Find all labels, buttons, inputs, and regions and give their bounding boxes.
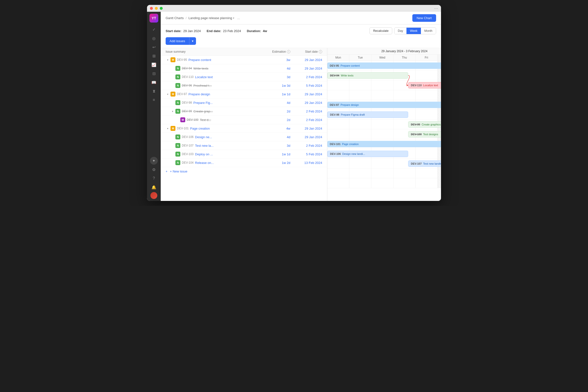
table-row[interactable]: N DEV-106 Design ne... 4d 29 Jan 2024 [161,133,327,141]
issue-title[interactable]: Page creation [190,127,264,130]
new-issue-row[interactable]: + + New issue [161,167,327,176]
bar-title: Design new landi... [342,152,365,155]
sidebar-item-layers[interactable]: ≡ [150,96,158,104]
issue-id: DEV-99 [182,110,192,113]
bar-title: Test designs [423,133,438,136]
gantt-cell [349,80,372,90]
issue-title[interactable]: Proofread t... [193,84,264,88]
table-row[interactable]: ▾ N DEV-99 Create grap... 2d 2 Feb 2024 [161,107,327,116]
bar-title: Prepare Figma draft [341,113,365,116]
table-row[interactable]: N DEV-103 Deploy on ... 1w 1d 5 Feb 2024 [161,150,327,158]
sidebar-item-grid[interactable]: ⊞ [150,52,158,60]
gantt-bar[interactable]: DEV-100Test designs [408,131,441,138]
gantt-bar[interactable]: DEV-99Create graphics [408,121,441,128]
close-button[interactable] [150,7,153,10]
gantt-chart[interactable]: 29 January 2024 - 3 February 2024 4-10 F… [327,48,441,201]
start-date-meta: Start date: 29 Jan 2024 [166,29,201,33]
recalculate-button[interactable]: Recalculate [370,28,392,34]
table-row[interactable]: N DEV-98 Prepare Fig... 4d 29 Jan 2024 [161,98,327,107]
table-row[interactable]: N DEV-94 Write texts 4d 29 Jan 2024 [161,64,327,73]
sidebar-item-help[interactable]: ? [150,174,158,182]
table-row[interactable]: N DEV-107 Test new la... 3d 2 Feb 2024 [161,141,327,150]
table-row[interactable]: N DEV-104 Release on... 1w 2d 13 Feb 202… [161,158,327,167]
table-row[interactable]: ▾ M DEV-97 Prepare design 1w 1d 29 Jan 2… [161,90,327,98]
issue-title[interactable]: Localize text [195,75,264,79]
gantt-bar[interactable]: DEV-107Test new landing page [408,160,441,167]
sidebar-item-settings[interactable]: ⚙ [150,166,158,174]
breadcrumb-current-label[interactable]: Landing page release planning [188,16,232,20]
gantt-bar[interactable]: DEV-101Page creation [327,141,441,147]
gantt-bar[interactable]: DEV-95Prepare content [327,62,441,69]
day-view-button[interactable]: Day [394,28,406,34]
issue-startdate: 2 Feb 2024 [290,110,322,113]
add-issues-dropdown-button[interactable]: ▾ [189,37,196,45]
issue-title[interactable]: Design ne... [195,135,264,139]
table-row[interactable]: N DEV-96 Proofread t... 1w 3d 5 Feb 2024 [161,81,327,90]
issue-title[interactable]: Create grap... [193,110,264,113]
menu-icon[interactable]: ⋯ [434,6,438,10]
sidebar-item-time[interactable]: ⧗ [150,87,158,95]
week-view-button[interactable]: Week [406,28,421,34]
plus-icon: + [166,170,168,173]
breadcrumb-more-icon[interactable]: ... [237,16,240,20]
new-chart-button[interactable]: New Chart [412,14,436,22]
sidebar-item-chart[interactable]: 📈 [150,61,158,68]
issue-startdate: 29 Jan 2024 [290,92,322,96]
gantt-cell [327,159,349,168]
sidebar-item-list[interactable]: ⊟ [150,70,158,78]
minimize-button[interactable] [155,7,158,10]
issue-estimation: 2d [264,118,290,122]
issue-startdate: 29 Jan 2024 [290,67,322,70]
issue-id: DEV-100 [187,118,198,122]
gantt-cell [327,178,349,188]
issue-startdate: 29 Jan 2024 [290,135,322,139]
sidebar-item-check[interactable]: ✓ [150,26,158,33]
breadcrumb-current: Landing page release planning ▾ [188,16,234,20]
gantt-cell [438,110,441,119]
add-issues-button[interactable]: Add issues [166,37,189,45]
issue-estimation: 1w 3d [264,84,290,88]
issue-title[interactable]: Release on... [195,161,264,165]
table-row[interactable]: N DEV-110 Localize text 3d 2 Feb 2024 [161,73,327,81]
sidebar-item-notifications[interactable]: 🔔 [150,183,158,191]
duration-meta: Duration: 4w [247,29,267,33]
table-row[interactable]: ▾ M DEV-95 Prepare content 3w 29 Jan 202… [161,56,327,64]
view-toggle: Day Week Month [394,28,436,34]
issue-title[interactable]: Prepare Fig... [193,101,264,104]
chevron-down-icon: ▾ [192,39,194,43]
breadcrumb-root[interactable]: Gantt Charts [166,16,184,20]
end-date-meta: End date: 23 Feb 2024 [207,29,241,33]
chevron-icon: ▾ [166,126,170,130]
gantt-bar[interactable]: DEV-97Prepare design [327,102,441,108]
gantt-bar[interactable]: DEV-110Localize text [408,82,441,88]
gantt-bar[interactable]: DEV-98Prepare Figma draft [327,112,408,118]
table-row[interactable]: ▾ M DEV-101 Page creation 4w 29 Jan 2024 [161,124,327,133]
app-logo[interactable]: YT [150,14,158,22]
sidebar-item-history[interactable]: ↩ [150,43,158,51]
badge-m: M [170,92,176,96]
issue-title[interactable]: Test new la... [195,144,264,148]
issue-title[interactable]: Prepare content [188,58,264,62]
gantt-cell [327,120,349,129]
gantt-cell [349,129,372,139]
issue-title[interactable]: Write texts [193,67,264,70]
gantt-cell [394,90,416,100]
sidebar-item-add[interactable]: + [150,157,158,165]
issue-estimation: 2d [264,110,290,113]
maximize-button[interactable] [160,7,163,10]
app-body: YT ✓ ◎ ↩ ⊞ 📈 ⊟ 📖 ⧗ ≡ + ⚙ ? 🔔 [147,12,441,201]
user-avatar[interactable] [150,192,157,199]
table-row[interactable]: M DEV-100 Test d... 2d 2 Feb 2024 [161,116,327,124]
sidebar-item-circle[interactable]: ◎ [150,34,158,42]
gantt-days-row: MonTueWedThuFriSatSunMonTueWed [327,55,441,60]
month-view-button[interactable]: Month [421,28,436,34]
issue-title[interactable]: Test d... [200,118,264,122]
gantt-bar[interactable]: DEV-94Write texts [327,72,408,79]
sidebar-item-book[interactable]: 📖 [150,78,158,86]
issue-title[interactable]: Prepare design [188,92,264,96]
gantt-bar[interactable]: DEV-106Design new landi... [327,151,408,157]
gantt-day-header: Mon [327,55,349,60]
issue-estimation: 3d [264,144,290,148]
gantt-cell [372,178,394,188]
issue-title[interactable]: Deploy on ... [195,152,264,156]
